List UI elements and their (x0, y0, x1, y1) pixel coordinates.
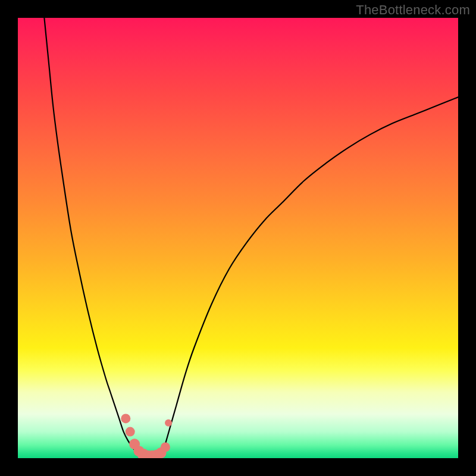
valley-marker (126, 427, 135, 437)
valley-marker (165, 419, 172, 427)
valley-marker (161, 443, 170, 452)
plot-area (18, 18, 458, 458)
valley-marker (121, 414, 130, 423)
marker-group (121, 414, 172, 458)
watermark-text: TheBottleneck.com (356, 2, 470, 18)
curve-layer (18, 18, 458, 458)
chart-frame: TheBottleneck.com (0, 0, 476, 476)
curve-group (44, 18, 458, 457)
bottleneck-curve (44, 18, 458, 457)
